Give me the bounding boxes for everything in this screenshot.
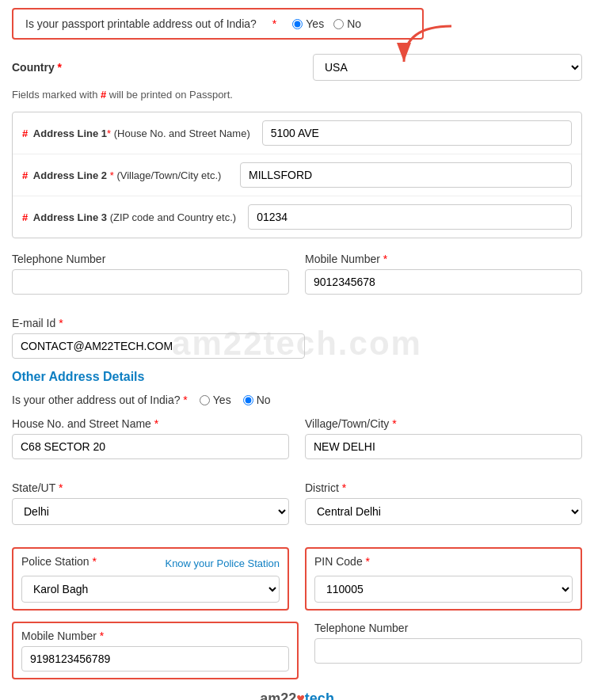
mobile-input[interactable]	[305, 269, 582, 295]
other-tel-input[interactable]	[314, 638, 582, 664]
passport-no-option[interactable]: No	[333, 17, 361, 30]
other-addr-question-label: Is your other address out of India? *	[12, 394, 188, 406]
house-no-group: House No. and Street Name *	[12, 417, 289, 459]
passport-question-label: Is your passport printable address out o…	[25, 17, 257, 30]
brand-heart: ♥	[296, 690, 305, 700]
address-line3-row: # Address Line 3 (ZIP code and Country e…	[13, 196, 581, 238]
other-mobile-label: Mobile Number *	[21, 630, 104, 642]
address-section: # Address Line 1* (House No. and Street …	[12, 112, 582, 238]
state-select[interactable]: Delhi Maharashtra Karnataka Tamil Nadu	[12, 498, 289, 525]
telephone-label: Telephone Number	[12, 253, 289, 265]
other-addr-question: Is your other address out of India? * Ye…	[12, 394, 582, 406]
other-addr-yes-radio[interactable]	[200, 395, 210, 405]
district-group: District * Central Delhi North Delhi Sou…	[305, 481, 582, 525]
email-input[interactable]	[12, 333, 305, 359]
address-line1-label: # Address Line 1* (House No. and Street …	[22, 127, 250, 139]
telephone-group: Telephone Number	[12, 253, 289, 295]
tel-mobile-row: Telephone Number Mobile Number *	[12, 253, 582, 306]
mobile-tel-row: Mobile Number * Telephone Number	[12, 622, 582, 679]
bottom-brand: am22♥tech	[12, 690, 582, 700]
district-label: District *	[305, 481, 582, 494]
house-no-label: House No. and Street Name *	[12, 417, 289, 430]
other-addr-yes-option[interactable]: Yes	[200, 394, 231, 406]
police-station-select[interactable]: Karol Bagh Connaught Place Lajpat Nagar	[21, 576, 280, 603]
telephone-input[interactable]	[12, 269, 289, 295]
village-input[interactable]	[305, 434, 582, 459]
country-select-wrapper: USA India UK Canada Australia	[83, 54, 582, 81]
other-address-title: Other Address Details	[12, 370, 582, 384]
country-label: Country *	[12, 61, 75, 74]
passport-yes-radio[interactable]	[292, 19, 303, 29]
pin-code-select[interactable]: 110005 110001 110006	[314, 576, 573, 603]
state-district-row: State/UT * Delhi Maharashtra Karnataka T…	[12, 481, 582, 536]
police-pin-row: Police Station * Know your Police Statio…	[12, 547, 582, 611]
email-label: E-mail Id *	[12, 317, 305, 329]
house-no-input[interactable]	[12, 434, 289, 459]
village-group: Village/Town/City *	[305, 417, 582, 459]
address-line2-label: # Address Line 2 * (Village/Town/City et…	[22, 169, 228, 181]
country-row: Country * USA India UK Canada Australia	[12, 54, 582, 81]
address-line1-input[interactable]	[262, 120, 572, 146]
police-station-label: Police Station *	[21, 555, 97, 568]
other-mobile-box: Mobile Number *	[12, 622, 299, 679]
other-addr-no-radio[interactable]	[243, 395, 253, 405]
address-line1-row: # Address Line 1* (House No. and Street …	[13, 112, 581, 154]
country-select[interactable]: USA India UK Canada Australia	[313, 54, 582, 81]
passport-question-box: Is your passport printable address out o…	[12, 8, 424, 40]
district-select[interactable]: Central Delhi North Delhi South Delhi Ea…	[305, 498, 582, 525]
pin-code-box: PIN Code * 110005 110001 110006	[305, 547, 582, 611]
fields-note: Fields marked with # will be printed on …	[12, 89, 582, 101]
state-group: State/UT * Delhi Maharashtra Karnataka T…	[12, 481, 289, 525]
police-header: Police Station * Know your Police Statio…	[21, 555, 280, 572]
email-group: E-mail Id *	[12, 317, 305, 359]
address-line2-input[interactable]	[240, 162, 572, 188]
village-label: Village/Town/City *	[305, 417, 582, 430]
address-line2-row: # Address Line 2 * (Village/Town/City et…	[13, 154, 581, 196]
police-station-box: Police Station * Know your Police Statio…	[12, 547, 289, 611]
other-mobile-input[interactable]	[21, 646, 289, 671]
mobile-label: Mobile Number *	[305, 253, 582, 265]
know-police-station-link[interactable]: Know your Police Station	[165, 557, 280, 569]
passport-yes-option[interactable]: Yes	[292, 17, 324, 30]
other-addr-no-option[interactable]: No	[243, 394, 271, 406]
passport-no-radio[interactable]	[333, 19, 344, 29]
other-tel-group: Telephone Number	[314, 622, 582, 679]
other-tel-label: Telephone Number	[314, 622, 582, 634]
brand-tech: tech	[305, 690, 334, 700]
house-village-row: House No. and Street Name * Village/Town…	[12, 417, 582, 470]
brand-am: am22	[260, 690, 296, 700]
passport-radio-group: Yes No	[292, 17, 361, 30]
mobile-group: Mobile Number *	[305, 253, 582, 295]
pin-code-label: PIN Code *	[314, 555, 573, 568]
address-line3-label: # Address Line 3 (ZIP code and Country e…	[22, 211, 236, 223]
state-label: State/UT *	[12, 481, 289, 494]
address-line3-input[interactable]	[248, 204, 572, 230]
